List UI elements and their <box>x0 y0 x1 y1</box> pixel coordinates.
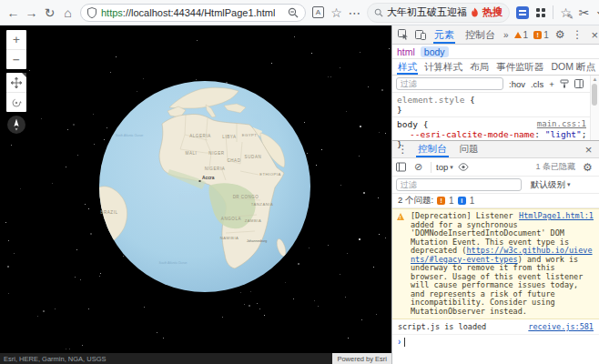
deprecation-warning[interactable]: HtmlPage1.html:1 [Deprecation] Listener … <box>392 208 599 319</box>
devtools-settings-icon[interactable]: ⚙ <box>553 27 568 43</box>
console-log-entry[interactable]: script.js is loaded receive.js:581 <box>392 319 599 335</box>
url-text[interactable]: https://localhost:44344/HtmlPage1.html <box>101 7 275 18</box>
reload-icon[interactable]: ↻ <box>41 3 58 23</box>
styles-subtabs: 样式 计算样式 布局 事件监听器 DOM 断点 » <box>392 59 599 76</box>
map-label: NIGER <box>208 151 224 156</box>
styles-scrollbar[interactable]: ▲ <box>590 76 599 140</box>
drawer-tab-console[interactable]: 控制台 <box>412 141 452 157</box>
console-toolbar: ⊘ top ▾ 1 条已隐藏 ⚙ <box>392 158 599 177</box>
map-label: SUDAN <box>245 155 262 159</box>
tab-elements[interactable]: 元素 <box>430 25 459 44</box>
extension-icon[interactable] <box>513 3 531 23</box>
tab-console[interactable]: 控制台 <box>461 25 500 44</box>
globe[interactable]: ALGERIALIBYAEGYPTMALINIGERCHADSUDANNIGER… <box>98 80 311 293</box>
class-button[interactable]: .cls <box>531 79 543 89</box>
subtab-event-listeners[interactable]: 事件监听器 <box>492 59 548 75</box>
translate-icon[interactable]: A <box>310 3 327 23</box>
screenshot-scissors-icon[interactable]: ✂ <box>575 3 593 23</box>
browser-window: ← → ↻ ⌂ https://localhost:44344/HtmlPage… <box>0 0 599 364</box>
bookmark-star-icon[interactable]: ☆ <box>328 3 345 23</box>
paint-icon[interactable] <box>560 79 569 88</box>
apps-grid-icon[interactable] <box>532 3 549 23</box>
context-selector[interactable]: top ▾ <box>436 162 453 172</box>
subtab-layout[interactable]: 布局 <box>466 59 492 75</box>
device-toolbar-icon[interactable] <box>412 27 428 43</box>
caret-down-icon: ▾ <box>567 181 571 188</box>
map-label: ALGERIA <box>189 134 211 138</box>
more-tabs-icon[interactable]: » <box>502 30 511 40</box>
console-settings-icon[interactable]: ⚙ <box>580 159 595 175</box>
caret-down-icon: ▾ <box>450 164 453 171</box>
toolbar-separator <box>553 5 553 19</box>
layout-panel-icon[interactable] <box>574 79 584 88</box>
ocean <box>99 81 310 292</box>
map-label: TANZANIA <box>251 202 273 207</box>
drawer-tab-issues[interactable]: 问题 <box>454 141 484 157</box>
home-icon[interactable]: ⌂ <box>59 3 76 23</box>
text-caret <box>404 338 405 347</box>
prompt-chevron-icon: › <box>398 338 401 347</box>
map-label: NAMIBIA <box>220 236 239 240</box>
breadcrumb-html[interactable]: html <box>397 46 415 57</box>
scene-viewport[interactable]: ALGERIALIBYAEGYPTMALINIGERCHADSUDANNIGER… <box>0 25 391 364</box>
styles-filter-row: :hov .cls + <box>392 76 599 93</box>
powered-by-esri[interactable]: Powered by Esri <box>332 353 391 364</box>
devtools-close-icon[interactable]: × <box>587 27 599 43</box>
live-expression-eye-icon[interactable] <box>458 163 469 171</box>
subtab-styles[interactable]: 样式 <box>394 59 421 75</box>
widget-corner-badge <box>22 73 26 77</box>
map-label: ETHIOPIA <box>259 172 281 177</box>
map-attribution-bar: Esri, HERE, Garmin, NGA, USGS Powered by… <box>0 353 391 364</box>
issues-summary[interactable]: 2 个问题: ! 1 i 1 <box>392 194 599 208</box>
accra-marker[interactable] <box>199 180 201 182</box>
zoom-out-icon[interactable] <box>288 7 299 18</box>
zoom-widget: + − <box>6 30 26 69</box>
map-label: LIBYA <box>222 135 236 139</box>
warning-source-link[interactable]: HtmlPage1.html:1 <box>519 212 594 221</box>
console-filter-input[interactable] <box>396 178 522 191</box>
map-label: CHAD <box>227 158 240 163</box>
map-label: ZAMBIA <box>245 218 262 223</box>
compass-widget[interactable] <box>7 116 25 134</box>
breadcrumb-body[interactable]: body <box>421 46 449 57</box>
hover-state-button[interactable]: :hov <box>509 79 525 89</box>
warnings-badge[interactable]: 1 <box>513 30 531 40</box>
issues-badge[interactable]: ! 1 <box>532 30 551 40</box>
subtab-computed[interactable]: 计算样式 <box>421 59 466 75</box>
back-icon[interactable]: ← <box>5 3 22 23</box>
undo-icon[interactable]: ↶ <box>594 3 599 23</box>
scrollbar-thumb[interactable] <box>592 84 597 106</box>
zoom-in-button[interactable]: + <box>6 30 26 49</box>
stylesheet-link[interactable]: main.css:1 <box>537 119 586 129</box>
log-source-link[interactable]: receive.js:581 <box>528 322 594 331</box>
more-actions-icon[interactable]: ⋯ <box>346 3 363 23</box>
zoom-out-button[interactable]: − <box>6 49 26 69</box>
rotate-mode-button[interactable] <box>6 92 26 112</box>
hot-search-box[interactable]: 大年初五破五迎福 热搜 <box>367 3 510 23</box>
console-sidebar-icon[interactable] <box>396 162 406 172</box>
map-label: DR CONGO <box>233 195 259 199</box>
styles-filter-input[interactable] <box>396 77 503 90</box>
subtab-dom-breakpoints[interactable]: DOM 断点 <box>548 59 599 75</box>
scrollbar-up-icon[interactable]: ▲ <box>591 76 599 82</box>
map-label: South Atlantic Ocean <box>159 261 188 265</box>
address-bar[interactable]: https://localhost:44344/HtmlPage1.html <box>80 4 306 22</box>
issue-info-icon: i <box>458 197 466 205</box>
log-levels-selector[interactable]: 默认级别 ▾ <box>531 179 571 191</box>
console-prompt[interactable]: › <box>392 335 599 364</box>
new-rule-button[interactable]: + <box>549 79 554 89</box>
devtools-kebab-icon[interactable]: ⋮ <box>570 27 585 43</box>
inspect-element-icon[interactable] <box>395 27 411 43</box>
map-label: MALI <box>186 151 198 156</box>
map-label: EGYPT <box>242 133 258 137</box>
console-drawer: ⋮ 控制台 问题 × ⊘ top ▾ <box>392 140 599 364</box>
warning-triangle-icon <box>397 213 404 220</box>
styles-editor[interactable]: element.style { } main.css:1body { --esr… <box>392 93 599 140</box>
hidden-messages-label[interactable]: 1 条已隐藏 <box>535 161 575 173</box>
orbit-icon <box>11 97 22 108</box>
clear-console-icon[interactable]: ⊘ <box>411 159 426 175</box>
map-label: North Atlantic Ocean <box>116 134 143 137</box>
forward-icon[interactable]: → <box>23 3 40 23</box>
compass-needle-icon <box>11 118 22 131</box>
collect-icon[interactable]: ☆ ✎ <box>557 3 574 23</box>
